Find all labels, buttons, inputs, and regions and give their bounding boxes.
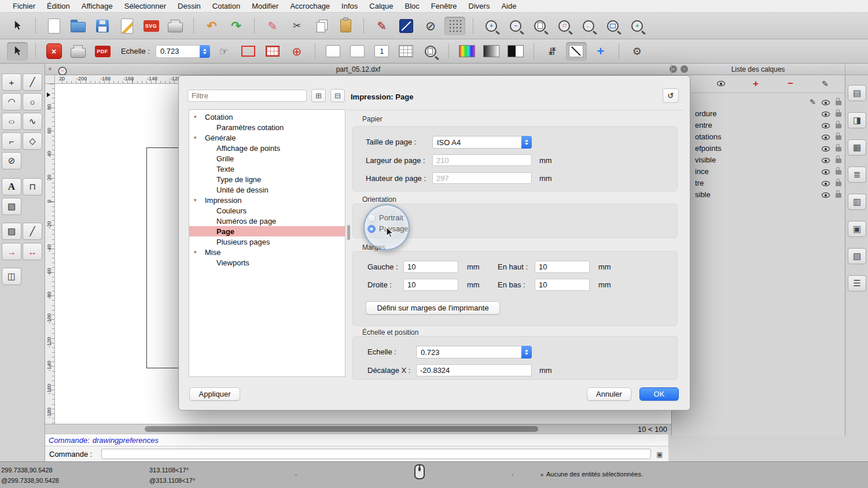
layer-row[interactable]: ince <box>672 166 845 178</box>
margin-left-field[interactable]: 10 <box>403 261 458 273</box>
text-tool-button[interactable]: A <box>2 178 21 195</box>
layer-row[interactable]: tre <box>672 178 845 189</box>
menu-item-calque[interactable]: Calque <box>363 2 399 10</box>
add-point-button[interactable]: + <box>590 42 611 61</box>
ok-button[interactable]: OK <box>639 387 679 401</box>
layer-visibility-eye-icon[interactable] <box>822 158 830 163</box>
grayscale-button[interactable] <box>481 42 502 61</box>
full-color-button[interactable] <box>457 42 477 61</box>
menu-item-fenêtre[interactable]: Fenêtre <box>425 2 463 10</box>
layer-lock-icon[interactable] <box>836 182 841 186</box>
layer-lock-icon[interactable] <box>836 135 841 140</box>
viewport-b-button[interactable] <box>347 42 368 61</box>
command-input[interactable] <box>101 449 651 459</box>
layer-row[interactable]: otations <box>672 131 845 143</box>
horizontal-scrollbar[interactable] <box>145 426 538 432</box>
open-file-button[interactable] <box>68 17 89 35</box>
save-button[interactable] <box>92 17 113 35</box>
tree-item-type-de-ligne[interactable]: Type de ligne <box>189 174 345 184</box>
layer-list-button[interactable]: ◨ <box>848 112 866 128</box>
measure-tool-button[interactable]: ╱ <box>23 223 42 240</box>
image-tool-button[interactable]: ▧ <box>2 198 21 215</box>
library-browser-button[interactable]: ▥ <box>848 194 866 210</box>
modify-tool-button[interactable]: → <box>2 243 21 260</box>
layer-visibility-eye-icon[interactable] <box>822 146 830 151</box>
zoom-in-button[interactable]: + <box>481 17 502 35</box>
layer-row[interactable]: ✎ <box>672 97 845 108</box>
edit-layer-button[interactable]: ✎ <box>818 77 832 90</box>
menu-item-divers[interactable]: Divers <box>463 2 496 10</box>
menu-item-infos[interactable]: Infos <box>336 2 363 10</box>
layer-visibility-eye-icon[interactable] <box>822 112 830 117</box>
layer-visibility-eye-icon[interactable] <box>822 135 830 140</box>
command-line-panel-button[interactable]: ▣ <box>848 221 866 237</box>
edit-drawing-button[interactable] <box>116 17 137 35</box>
add-layer-button[interactable]: + <box>749 77 763 90</box>
misc-panel-button[interactable]: ☰ <box>848 275 866 291</box>
document-tab-title[interactable]: part_05.12.dxf <box>45 65 671 73</box>
menu-item-bloc[interactable]: Bloc <box>399 2 425 10</box>
copy-button[interactable] <box>311 17 332 35</box>
menu-item-aide[interactable]: Aide <box>495 2 522 10</box>
layer-lock-icon[interactable] <box>836 124 841 128</box>
zoom-redraw-button[interactable]: ∷ <box>554 17 575 35</box>
margin-right-field[interactable]: 10 <box>403 279 458 291</box>
fillet-tool-button[interactable]: ⌐ <box>2 132 21 150</box>
viewport-a-button[interactable] <box>323 42 344 61</box>
layer-lock-icon[interactable] <box>836 193 841 198</box>
zoom-sheet-button[interactable] <box>420 42 441 61</box>
spline-tool-button[interactable]: ∿ <box>23 113 42 130</box>
tree-item-affichage-de-points[interactable]: Affichage de points <box>189 143 345 153</box>
scissors-button[interactable]: ✂ <box>286 17 307 35</box>
paste-button[interactable] <box>335 17 356 35</box>
layer-visibility-eye-icon[interactable] <box>822 181 830 186</box>
tree-item-plusieurs-pages[interactable]: Plusieurs pages <box>189 236 345 247</box>
arc-tool-button[interactable]: ◠ <box>2 93 21 110</box>
undo-button[interactable]: ↶ <box>201 17 222 35</box>
chevron-down-icon[interactable]: ▾ <box>194 114 201 120</box>
snap-grid-button[interactable] <box>444 17 465 35</box>
tree-item-paramètres-cotation[interactable]: Paramètres cotation <box>189 122 345 132</box>
layer-row[interactable]: visible <box>672 154 845 166</box>
reset-button[interactable]: ↺ <box>663 88 679 103</box>
margin-top-field[interactable]: 10 <box>535 261 590 273</box>
tools-button[interactable]: ⚙ <box>627 42 648 61</box>
zoom-out-button[interactable]: − <box>505 17 526 35</box>
pdf-export-button[interactable]: PDF <box>92 42 113 61</box>
tree-item-unité-de-dessin[interactable]: Unité de dessin <box>189 184 345 195</box>
zoom-page-button[interactable] <box>529 17 550 35</box>
tree-item-page[interactable]: Page <box>189 226 345 236</box>
menu-item-dessin[interactable]: Dessin <box>172 2 207 10</box>
layer-row[interactable]: ordure <box>672 108 845 120</box>
dimension-tool-button[interactable]: ⊓ <box>23 178 42 195</box>
chevron-down-icon[interactable]: ▾ <box>194 197 201 203</box>
cancel-button[interactable]: Annuler <box>587 387 631 401</box>
box-tool-button[interactable]: ◫ <box>2 268 21 285</box>
menu-item-édition[interactable]: Édition <box>41 2 76 10</box>
solid-fill-tool-button[interactable]: ▨ <box>2 223 21 240</box>
zoom-window-button[interactable] <box>602 17 623 35</box>
svg-export-button[interactable]: SVG <box>141 17 161 35</box>
layer-row[interactable]: sible <box>672 189 845 201</box>
scale-combobox[interactable]: 0.723 <box>156 45 210 58</box>
polyline-button[interactable] <box>396 17 417 35</box>
tree-item-cotation[interactable]: ▾Cotation <box>189 112 345 122</box>
hatch-tool-button[interactable]: ⊘ <box>2 152 21 169</box>
tree-item-générale[interactable]: ▾Générale <box>189 132 345 143</box>
stepper-icon[interactable] <box>521 136 532 149</box>
expand-all-button[interactable]: ⊞ <box>311 89 326 102</box>
new-file-button[interactable] <box>43 17 64 35</box>
selection-filter-button[interactable]: ▧ <box>848 248 866 264</box>
page-number-button[interactable]: 1 <box>372 42 392 61</box>
filter-input[interactable] <box>187 90 307 102</box>
tree-item-couleurs[interactable]: Couleurs <box>189 205 345 216</box>
layer-lock-icon[interactable] <box>836 158 841 163</box>
draft-mode-button[interactable] <box>238 42 259 61</box>
ellipse-button[interactable]: ⊘ <box>420 17 441 35</box>
dialog-scale-combobox[interactable]: 0.723 <box>416 346 532 358</box>
layer-visibility-eye-icon[interactable] <box>822 169 830 175</box>
chevron-down-icon[interactable]: ▾ <box>194 135 201 141</box>
command-panel-button[interactable]: ▣ <box>654 449 665 459</box>
tree-item-viewports[interactable]: Viewports <box>189 257 345 268</box>
print-button[interactable] <box>68 42 89 61</box>
